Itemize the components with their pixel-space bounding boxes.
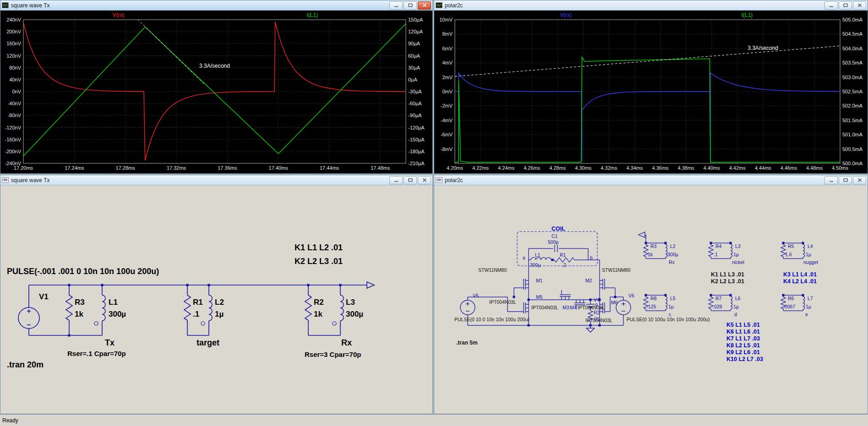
schematic-label: K3 L1 L4 .01 [783,271,817,278]
maximize-button[interactable] [404,1,417,10]
schematic-label: Tx [105,338,115,347]
schematic-label: R7 [715,296,721,302]
waveform-window-icon [436,2,443,9]
x-tick-label: 17.24ms [60,165,88,171]
schematic-label: M5 [536,295,543,300]
schematic-label: Rx [669,260,675,265]
schematic-label: K6 L1 L6 .01 [726,329,760,335]
close-button[interactable] [853,176,866,184]
y-left-tick-label: -200nV [0,149,21,154]
y-right-tick-label: 503.0mA [842,75,863,80]
schematic-label: .2 [562,263,566,268]
schematic-label: R1 [560,253,566,258]
schematic-label: V4 [594,297,600,303]
schematic-label: K1 L1 L2 .01 [295,243,343,252]
schematic-window-icon [436,177,443,183]
y-left-tick-label: 120nV [0,53,21,59]
minimize-button[interactable] [389,1,403,10]
schematic-label: nickel [732,260,744,265]
window-schematic-polar2c: polar2c COILC1500pL1300µR1.2abSTW11NM80S… [434,175,868,414]
close-button[interactable] [418,176,431,184]
x-tick-label: 4.34ms [621,165,648,171]
y-right-tick-label: 500.5mA [842,146,863,152]
y-left-tick-label: -6mV [434,132,453,137]
titlebar[interactable]: square wave Tx [0,0,432,11]
waveform-plot-area[interactable]: 240nV200nV160nV120nV80nV40nV0nV-40nV-80n… [0,11,432,173]
schematic-canvas[interactable]: COILC1500pL1300µR1.2abSTW11NM80STW11NM80… [434,185,868,414]
schematic-label: L3 [735,244,741,249]
x-tick-label: 4.48ms [801,165,828,171]
trace-V(rx) [455,73,840,161]
minimize-button[interactable] [824,176,838,184]
schematic-label: 300µ [667,252,678,258]
y-right-tick-label: -90µA [408,113,422,118]
waveform-window-icon [2,2,9,9]
schematic-label: .125 [647,304,656,310]
schematic-label: V5 [473,293,479,299]
y-right-tick-label: 501.0mA [842,132,863,137]
schematic-label: 1µ [668,304,674,310]
x-tick-label: 17.48ms [366,165,394,171]
y-right-tick-label: 501.5mA [842,118,863,123]
titlebar[interactable]: square wave Tx [0,175,432,185]
x-tick-label: 4.32ms [595,165,622,171]
minimize-button[interactable] [824,1,838,10]
minimize-button[interactable] [389,176,403,184]
schematic-label: Rser=3 Cpar=70p [305,351,361,359]
schematic-label: K2 L2 L3 .01 [711,278,744,285]
schematic-label: K1 L1 L3 .01 [711,271,744,278]
schematic-label: C1 [551,234,557,239]
y-left-tick-label: 160nV [0,41,21,46]
y-right-tick-label: -210µA [408,161,425,166]
trace-V(rx) [23,22,406,161]
y-left-tick-label: 10mV [434,17,453,22]
schematic-label: L5 [670,296,676,302]
y-left-tick-label: -160nV [0,137,21,142]
schematic-label: M2 [585,278,592,284]
x-tick-label: 4.26ms [518,165,546,171]
maximize-button[interactable] [839,176,852,184]
maximize-button[interactable] [839,1,852,10]
y-right-tick-label: -120µA [408,125,425,130]
schematic-label: 1µ [215,310,224,318]
maximize-button[interactable] [404,176,417,184]
close-button[interactable] [418,1,431,10]
schematic-label: R4 [715,244,721,249]
legend-I(L1)[interactable]: I(L1) [307,12,318,18]
schematic-canvas[interactable]: PULSE(-.001 .001 0 10n 10n 100u 200u)K1 … [0,185,432,414]
status-text: Ready [2,417,18,424]
close-button[interactable] [853,1,866,10]
ltspice-mdi-workspace: square wave Tx 240nV200nV160nV120nV80nV4… [0,0,868,426]
legend-V(rx)[interactable]: V(rx) [112,12,124,18]
schematic-label: b [590,255,593,261]
x-tick-label: 4.42ms [724,165,751,171]
y-left-tick-label: 80nV [0,65,21,70]
y-left-tick-label: 200nV [0,29,21,34]
y-right-tick-label: 505.0mA [842,17,863,22]
status-bar: Ready [0,414,868,426]
y-right-tick-label: 150µA [408,17,423,22]
window-title: square wave Tx [11,177,389,183]
y-left-tick-label: -8mV [434,146,453,152]
legend-I(L1)[interactable]: I(L1) [742,12,753,18]
schematic-label: L7 [808,296,813,302]
schematic-label: M6 [611,300,618,306]
legend-V(rx)[interactable]: V(rx) [560,12,572,18]
y-right-tick-label: 504.0mA [842,46,863,51]
schematic-label: K7 L1 L7 .03 [726,335,760,342]
titlebar[interactable]: polar2c [434,175,868,185]
y-right-tick-label: 90µA [408,41,420,46]
schematic-label: STW11NM80 [602,268,630,273]
schematic-label: PULSE(0 10 100u 10n 10n 100u 200u) [627,317,710,323]
schematic-label: V1 [39,292,49,301]
schematic-label: IPT004N03L [489,300,516,305]
schematic-label: K5 L1 L5 .01 [726,322,760,328]
y-left-tick-label: -40nV [0,101,21,106]
y-right-tick-label: -150µA [408,137,425,142]
schematic-label: a [523,255,525,261]
window-plot-polar2c: polar2c 10mV8mV6mV4mV2mV0mV-2mV-4mV-6mV-… [434,0,868,174]
schematic-label: PULSE(0 10 0 10n 10n 100u 200u) [454,317,530,323]
titlebar[interactable]: polar2c [434,0,868,11]
waveform-plot-area[interactable]: 10mV8mV6mV4mV2mV0mV-2mV-4mV-6mV-8mV505.0… [434,11,868,173]
y-left-tick-label: 40nV [0,77,21,82]
